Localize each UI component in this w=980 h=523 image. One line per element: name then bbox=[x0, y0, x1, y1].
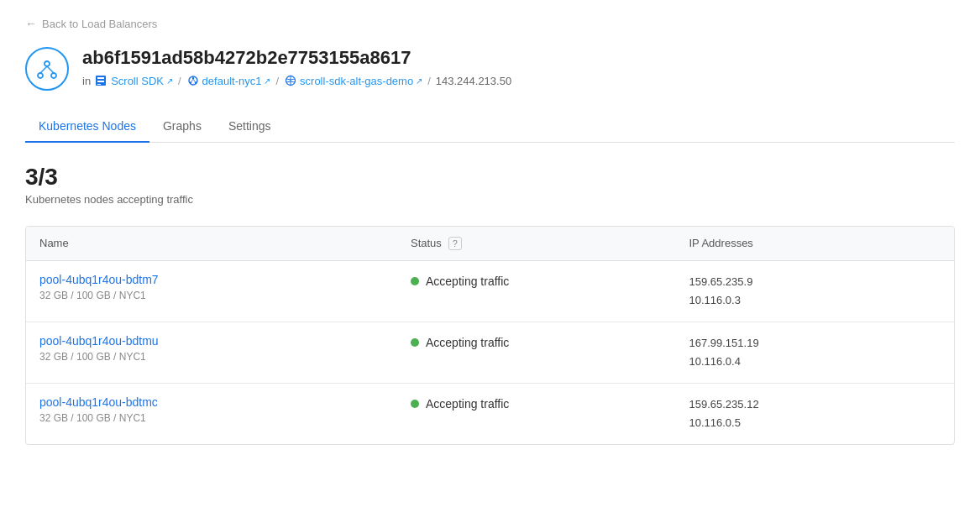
app-link[interactable]: scroll-sdk-alt-gas-demo ↗ bbox=[284, 74, 422, 87]
sep3: / bbox=[427, 75, 431, 87]
table-body: pool-4ubq1r4ou-bdtm7 32 GB / 100 GB / NY… bbox=[26, 260, 954, 444]
stats-section: 3/3 Kubernetes nodes accepting traffic bbox=[25, 163, 955, 206]
page-title: ab6f1591ad58b4272b2e7753155a8617 bbox=[82, 47, 511, 69]
tab-graphs[interactable]: Graphs bbox=[149, 111, 215, 143]
node-meta: 32 GB / 100 GB / NYC1 bbox=[39, 351, 146, 363]
ip-list: 159.65.235.1210.116.0.5 bbox=[689, 395, 941, 432]
lb-icon bbox=[25, 47, 69, 91]
cluster-ext-icon: ↗ bbox=[264, 76, 270, 86]
external-icon: ↗ bbox=[166, 76, 173, 86]
node-meta: 32 GB / 100 GB / NYC1 bbox=[39, 290, 146, 301]
svg-line-4 bbox=[47, 66, 54, 73]
table-header-row: Name Status ? IP Addresses bbox=[26, 227, 954, 261]
sep2: / bbox=[275, 75, 279, 87]
ip-address: 143.244.213.50 bbox=[436, 75, 511, 87]
status-dot-icon bbox=[411, 277, 419, 285]
svg-line-3 bbox=[40, 66, 47, 73]
table-row: pool-4ubq1r4ou-bdtm7 32 GB / 100 GB / NY… bbox=[26, 260, 954, 322]
col-status: Status ? bbox=[397, 227, 676, 261]
node-name-link[interactable]: pool-4ubq1r4ou-bdtm7 bbox=[39, 273, 384, 286]
project-icon bbox=[94, 74, 107, 87]
svg-point-2 bbox=[51, 73, 56, 78]
header-section: ab6f1591ad58b4272b2e7753155a8617 in Scro… bbox=[25, 47, 955, 91]
breadcrumb: in Scroll SDK ↗ / default-nyc1 ↗ / bbox=[82, 74, 511, 87]
node-name-cell: pool-4ubq1r4ou-bdtmu 32 GB / 100 GB / NY… bbox=[26, 322, 397, 383]
node-name-link[interactable]: pool-4ubq1r4ou-bdtmc bbox=[39, 395, 384, 409]
tab-kubernetes-nodes[interactable]: Kubernetes Nodes bbox=[25, 111, 149, 143]
project-link[interactable]: Scroll SDK ↗ bbox=[111, 75, 173, 87]
col-ip: IP Addresses bbox=[676, 227, 955, 261]
status-indicator: Accepting traffic bbox=[411, 334, 663, 349]
svg-rect-7 bbox=[97, 81, 104, 82]
status-help-icon[interactable]: ? bbox=[448, 237, 462, 250]
svg-rect-8 bbox=[97, 84, 101, 85]
cluster-icon bbox=[186, 74, 200, 87]
svg-rect-6 bbox=[97, 77, 104, 79]
nodes-table-container: Name Status ? IP Addresses pool-4ubq bbox=[25, 226, 955, 446]
table-row: pool-4ubq1r4ou-bdtmu 32 GB / 100 GB / NY… bbox=[26, 322, 954, 383]
stats-description: Kubernetes nodes accepting traffic bbox=[25, 193, 955, 206]
svg-point-0 bbox=[45, 61, 50, 66]
col-name: Name bbox=[26, 227, 397, 261]
node-ip-cell: 167.99.151.1910.116.0.4 bbox=[676, 322, 955, 383]
svg-point-1 bbox=[38, 73, 43, 78]
status-dot-icon bbox=[411, 400, 419, 408]
node-name-cell: pool-4ubq1r4ou-bdtm7 32 GB / 100 GB / NY… bbox=[26, 260, 397, 322]
ip-list: 159.65.235.910.116.0.3 bbox=[689, 273, 941, 310]
status-label: Accepting traffic bbox=[426, 397, 509, 411]
table-head: Name Status ? IP Addresses bbox=[26, 227, 954, 261]
node-ip-cell: 159.65.235.1210.116.0.5 bbox=[676, 383, 955, 444]
nodes-table: Name Status ? IP Addresses pool-4ubq bbox=[26, 227, 954, 445]
status-label: Accepting traffic bbox=[426, 336, 509, 349]
breadcrumb-prefix: in bbox=[82, 75, 91, 87]
node-status-cell: Accepting traffic bbox=[397, 260, 676, 322]
svg-line-14 bbox=[193, 79, 196, 82]
back-link[interactable]: ← Back to Load Balancers bbox=[25, 17, 955, 30]
back-label: Back to Load Balancers bbox=[42, 18, 157, 30]
page: ← Back to Load Balancers ab6f1591ad58b42… bbox=[0, 0, 980, 523]
node-status-cell: Accepting traffic bbox=[397, 322, 676, 383]
cluster-link[interactable]: default-nyc1 ↗ bbox=[186, 74, 271, 87]
svg-line-13 bbox=[191, 79, 193, 82]
status-indicator: Accepting traffic bbox=[411, 395, 663, 411]
status-indicator: Accepting traffic bbox=[411, 273, 663, 288]
svg-point-10 bbox=[191, 77, 193, 79]
back-arrow-icon: ← bbox=[25, 17, 37, 30]
ip-list: 167.99.151.1910.116.0.4 bbox=[689, 334, 941, 371]
node-status-cell: Accepting traffic bbox=[397, 383, 676, 444]
status-label: Accepting traffic bbox=[426, 275, 509, 288]
node-name-cell: pool-4ubq1r4ou-bdtmc 32 GB / 100 GB / NY… bbox=[26, 383, 397, 444]
node-meta: 32 GB / 100 GB / NYC1 bbox=[39, 412, 146, 424]
node-ip-cell: 159.65.235.910.116.0.3 bbox=[676, 260, 955, 322]
node-name-link[interactable]: pool-4ubq1r4ou-bdtmu bbox=[39, 334, 384, 348]
table-row: pool-4ubq1r4ou-bdtmc 32 GB / 100 GB / NY… bbox=[26, 383, 954, 444]
lb-svg-icon bbox=[35, 57, 59, 81]
tabs: Kubernetes Nodes Graphs Settings bbox=[25, 111, 955, 143]
app-icon bbox=[284, 74, 297, 87]
header-info: ab6f1591ad58b4272b2e7753155a8617 in Scro… bbox=[82, 47, 511, 87]
tab-settings[interactable]: Settings bbox=[215, 111, 285, 143]
stats-count: 3/3 bbox=[25, 163, 955, 191]
app-ext-icon: ↗ bbox=[416, 76, 422, 86]
sep1: / bbox=[178, 75, 181, 87]
status-dot-icon bbox=[411, 338, 419, 347]
